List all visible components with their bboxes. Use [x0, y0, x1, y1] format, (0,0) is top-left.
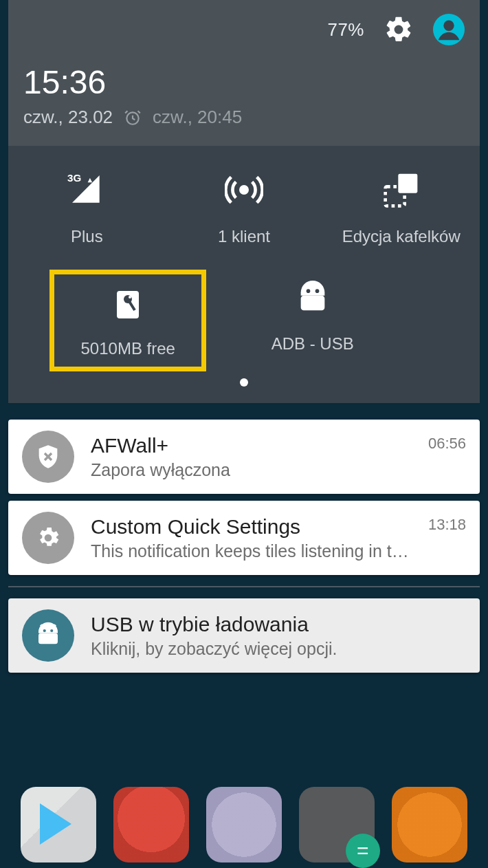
notification-time: 06:56	[428, 435, 466, 453]
svg-point-4	[241, 186, 247, 193]
cyanogen-icon	[295, 281, 331, 316]
tile-edit-tiles[interactable]: Edycja kafelków	[322, 166, 480, 250]
alarm-icon	[124, 109, 142, 127]
tile-label: Plus	[71, 227, 103, 246]
page-dot-active	[240, 378, 248, 387]
svg-point-14	[50, 629, 53, 632]
shield-x-icon	[22, 431, 74, 483]
edit-tiles-icon	[382, 171, 421, 209]
status-time: 15:36	[23, 63, 465, 101]
svg-rect-12	[300, 296, 324, 311]
tile-label: 1 klient	[218, 227, 270, 246]
tile-signal[interactable]: 3G Plus	[8, 166, 166, 250]
notification-title: USB w trybie ładowania	[91, 613, 466, 636]
tile-label: Edycja kafelków	[342, 227, 461, 246]
tile-adb[interactable]: ADB - USB	[234, 276, 390, 369]
storage-icon	[111, 288, 144, 321]
tile-label: 5010MB free	[81, 339, 175, 358]
notification-text: This notification keeps tiles listening …	[91, 541, 412, 561]
app-clock[interactable]	[206, 787, 282, 862]
app-calculator[interactable]	[299, 787, 375, 862]
user-avatar-icon[interactable]	[433, 14, 465, 45]
svg-point-10	[306, 289, 310, 293]
notification-usb[interactable]: USB w trybie ładowania Kliknij, by zobac…	[8, 598, 480, 673]
notification-shade[interactable]: 77% 15:36 czw., 23.02 czw., 20:45 3G	[8, 0, 480, 673]
qs-header: 77% 15:36 czw., 23.02 czw., 20:45	[8, 0, 480, 146]
app-tomato[interactable]	[113, 787, 189, 862]
tile-storage[interactable]: 5010MB free	[49, 270, 206, 371]
status-date: czw., 23.02	[23, 107, 113, 128]
notification-title: Custom Quick Settings	[91, 515, 412, 539]
notification-text: Kliknij, by zobaczyć więcej opcji.	[91, 639, 466, 659]
svg-rect-15	[38, 633, 58, 644]
app-pa[interactable]	[392, 787, 467, 862]
svg-text:3G: 3G	[67, 172, 81, 184]
home-dock	[0, 758, 488, 868]
notification-title: AFWall+	[91, 434, 412, 457]
gear-icon	[22, 512, 74, 564]
app-play-store[interactable]	[21, 787, 96, 862]
signal-icon: 3G	[67, 171, 106, 209]
notification-list: AFWall+ Zapora wyłączona 06:56 Custom Qu…	[8, 420, 480, 673]
settings-icon[interactable]	[384, 14, 414, 45]
qs-tiles: 3G Plus 1 klient Edycja kafelków	[8, 146, 480, 403]
notification-text: Zapora wyłączona	[91, 460, 412, 480]
tile-label: ADB - USB	[271, 334, 354, 354]
tiles-pager	[8, 378, 480, 387]
cyanogen-icon	[22, 609, 74, 662]
notification-divider	[8, 586, 480, 587]
notification-time: 13:18	[428, 516, 466, 534]
svg-point-1	[443, 21, 454, 31]
notification-cqs[interactable]: Custom Quick Settings This notification …	[8, 501, 480, 575]
tile-hotspot[interactable]: 1 klient	[166, 166, 323, 250]
battery-percent: 77%	[327, 19, 364, 41]
svg-point-13	[43, 629, 46, 632]
status-alarm: czw., 20:45	[153, 107, 242, 128]
svg-point-9	[129, 296, 131, 299]
hotspot-icon	[225, 171, 263, 209]
svg-rect-5	[398, 174, 417, 193]
svg-point-11	[315, 289, 319, 293]
notification-afwall[interactable]: AFWall+ Zapora wyłączona 06:56	[8, 420, 480, 494]
